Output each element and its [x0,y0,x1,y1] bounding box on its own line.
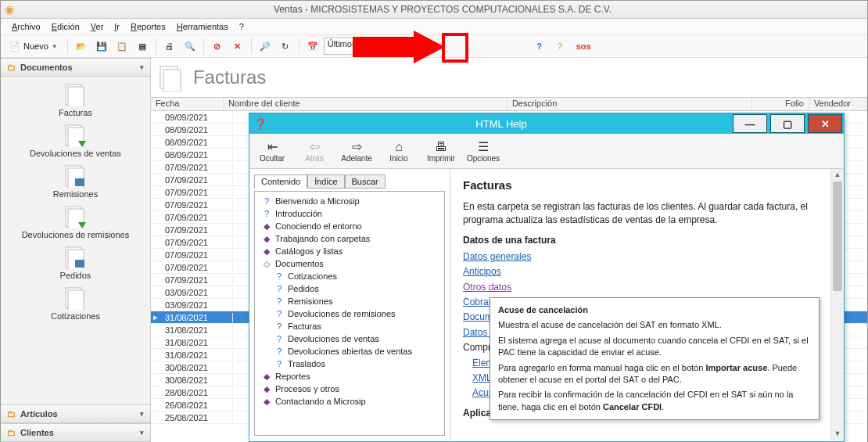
tree-item[interactable]: ◆Catálogos y listas [258,245,441,257]
col-desc[interactable]: Descripción [508,98,752,110]
sidebar-item[interactable]: Remisiones [1,161,150,202]
sidebar-item-label: Remisiones [53,189,98,199]
sidebar-item-icon [61,286,89,310]
tree-item[interactable]: ?Bienvenido a Microsip [258,195,441,207]
menu-reportes[interactable]: Reportes [126,20,170,33]
tree-item[interactable]: ?Facturas [258,320,441,332]
help-forward-button[interactable]: ⇨Adelante [339,140,375,163]
scroll-down-icon[interactable]: ▼ [831,428,844,440]
tree-item[interactable]: ?Devoluciones abiertas de ventas [258,345,441,358]
col-nombre[interactable]: Nombre del cliente [224,98,508,110]
cell-fecha: 07/09/2021 [160,275,233,285]
whatsthis-button[interactable]: ? [551,37,569,56]
tree-item[interactable]: ◆Conociendo el entorno [258,220,441,232]
cell-fecha: 03/09/2021 [160,300,233,310]
close-button[interactable]: ✕ [808,114,842,133]
book-closed-icon: ◆ [261,232,272,245]
col-folio[interactable]: Folio [752,98,809,110]
menu-archivo[interactable]: Archivo [7,20,45,33]
help-button[interactable]: ? [530,37,549,56]
help-hide-button[interactable]: ⇤Ocultar [254,140,290,163]
tree-item[interactable]: ◆Procesos y otros [258,383,441,395]
preview-button[interactable]: 🔍 [181,37,199,56]
window-title: Ventas - MICROSISTEMAS Y PROYECTOS COMPU… [18,4,867,15]
menu-ayuda[interactable]: ? [235,20,249,33]
tree-item[interactable]: ?Devoluciones de remisiones [258,307,441,320]
sidebar-item[interactable]: Cotizaciones [1,283,150,324]
tree-item[interactable]: ◆Contactando a Microsip [258,395,441,408]
help-page-icon: ? [261,207,272,220]
sidebar-item-label: Devoluciones de ventas [30,149,121,158]
find-button[interactable]: 🔎 [256,37,274,56]
cancel-button[interactable]: ⊘ [208,37,227,56]
tree-item[interactable]: ?Traslados [258,358,441,370]
help-home-button[interactable]: ⌂Inicio [381,140,417,163]
link-datos-generales[interactable]: Datos generales [463,250,831,264]
delete-button[interactable]: ✕ [228,37,247,56]
tree-item[interactable]: ◆Reportes [258,370,441,383]
menu-herramientas[interactable]: Herramientas [172,20,233,33]
col-vendedor[interactable]: Vendedor [809,98,867,110]
col-fecha[interactable]: Fecha [151,98,224,110]
chevron-down-icon: ▾ [140,63,144,71]
tree-item[interactable]: ?Cotizaciones [258,270,441,282]
tab-buscar[interactable]: Buscar [345,174,386,189]
cell-fecha: 07/09/2021 [160,225,233,235]
tree-item-label: Devoluciones abiertas de ventas [288,345,412,358]
date-button[interactable]: 📅 [303,37,322,56]
menu-edicion[interactable]: Edición [47,20,84,33]
link-anticipos[interactable]: Anticipos [463,265,831,278]
help-page-icon: ? [274,358,285,370]
sos-button[interactable]: sos [571,37,597,56]
print-button[interactable]: 🖨 [160,37,179,56]
cell-fecha: 08/09/2021 [160,138,233,147]
tree-item[interactable]: ?Introducción [258,207,441,220]
link-otros-datos[interactable]: Otros datos [463,281,831,294]
tree-item[interactable]: ?Pedidos [258,282,441,295]
tree-item[interactable]: ◇Documentos [258,257,441,270]
book-closed-icon: ◆ [261,245,272,257]
new-button[interactable]: 📄Nuevo▼ [4,37,63,56]
help-titlebar[interactable]: ❓ HTML Help — ▢ ✕ [249,113,844,134]
sidebar-item[interactable]: Devoluciones de ventas [1,120,150,161]
accordion-documentos[interactable]: 🗀 Documentos ▾ [1,58,150,77]
refresh-button[interactable]: ↻ [276,37,295,56]
grid-button[interactable]: ▦ [133,37,152,56]
save-button[interactable]: 💾 [92,37,111,56]
tab-contenido[interactable]: Contenido [254,174,307,189]
scroll-up-icon[interactable]: ▲ [831,169,844,181]
page-icon [157,63,185,92]
accordion-clientes[interactable]: 🗀 Clientes ▾ [1,423,150,442]
open-button[interactable]: 📂 [72,37,91,56]
svg-rect-8 [75,178,84,186]
help-content-scrollbar[interactable]: ▲ ▼ [830,169,844,440]
tree-item[interactable]: ?Remisiones [258,295,441,307]
svg-rect-16 [68,290,84,310]
highlight-box [442,33,468,63]
scroll-thumb[interactable] [833,181,842,291]
sidebar-item[interactable]: Facturas [1,80,150,120]
help-print-button[interactable]: 🖶Imprimir [423,140,459,163]
minimize-button[interactable]: — [733,114,767,133]
tree-item[interactable]: ?Devoluciones de ventas [258,332,441,345]
menu-ver[interactable]: Ver [86,20,109,33]
home-icon[interactable]: ◉ [1,1,18,18]
maximize-button[interactable]: ▢ [770,114,805,133]
tree-item-label: Reportes [275,370,310,383]
help-back-button[interactable]: ⇦Atrás [296,140,332,163]
chevron-down-icon: ▾ [140,410,144,418]
tab-indice[interactable]: Índice [307,174,344,189]
help-options-button[interactable]: ☰Opciones [465,140,501,163]
sidebar-item[interactable]: Devoluciones de remisiones [1,202,150,243]
tree-item[interactable]: ◆Trabajando con carpetas [258,232,441,245]
new-icon: 📄 [9,41,20,52]
sidebar-item[interactable]: Pedidos [1,243,150,283]
help-content-p1: En esta carpeta se registran las factura… [463,200,831,228]
accordion-clientes-label: Clientes [20,428,54,437]
cell-fecha: 28/08/2021 [160,388,233,397]
accordion-articulos[interactable]: 🗀 Artículos ▾ [1,404,150,423]
cell-fecha: 31/08/2021 [160,313,233,322]
copy-button[interactable]: 📋 [113,37,131,56]
menu-ir[interactable]: Ir [109,20,124,33]
svg-rect-14 [75,260,84,268]
